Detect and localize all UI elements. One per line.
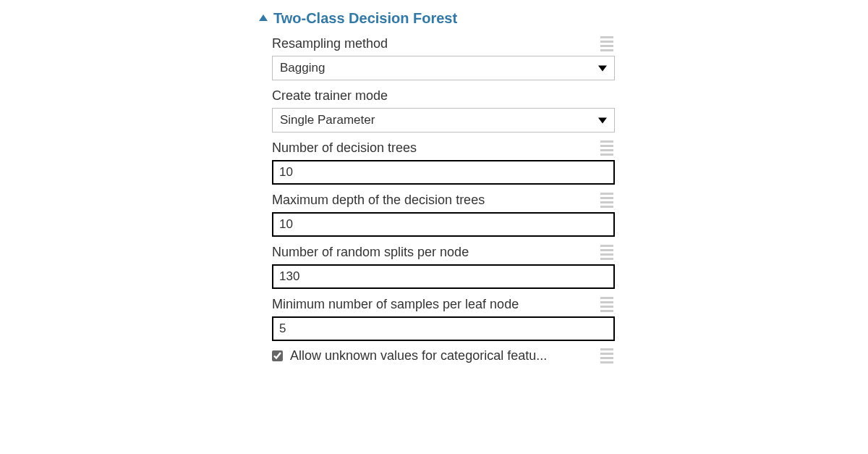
- label-row: Number of decision trees: [272, 140, 615, 156]
- allow-unknown-checkbox[interactable]: [272, 350, 283, 361]
- field-allow-unknown: Allow unknown values for categorical fea…: [272, 348, 615, 363]
- properties-panel: Two-Class Decision Forest Resampling met…: [259, 10, 615, 363]
- options-icon[interactable]: [600, 140, 615, 156]
- label-row: Number of random splits per node: [272, 244, 615, 260]
- label-row: Maximum depth of the decision trees: [272, 192, 615, 208]
- section-title: Two-Class Decision Forest: [273, 10, 457, 27]
- field-resampling: Resampling method Bagging: [272, 35, 615, 80]
- resampling-select[interactable]: Bagging: [272, 56, 615, 80]
- select-value: Single Parameter: [280, 113, 375, 127]
- field-trainer-mode: Create trainer mode Single Parameter: [272, 88, 615, 133]
- checkbox-wrapper: Allow unknown values for categorical fea…: [272, 348, 595, 363]
- label-row: Resampling method: [272, 35, 615, 51]
- chevron-down-icon: [598, 65, 607, 71]
- checkbox-label: Allow unknown values for categorical fea…: [290, 348, 595, 363]
- chevron-down-icon: [598, 117, 607, 123]
- options-icon[interactable]: [600, 348, 615, 363]
- field-max-depth: Maximum depth of the decision trees: [272, 192, 615, 237]
- field-label: Maximum depth of the decision trees: [272, 193, 485, 208]
- label-row: Create trainer mode: [272, 88, 615, 104]
- field-label: Minimum number of samples per leaf node: [272, 297, 519, 312]
- min-samples-input[interactable]: [272, 316, 615, 341]
- select-value: Bagging: [280, 61, 325, 75]
- section-header[interactable]: Two-Class Decision Forest: [259, 10, 615, 27]
- trainer-mode-select[interactable]: Single Parameter: [272, 108, 615, 133]
- options-icon[interactable]: [600, 245, 615, 260]
- num-trees-input[interactable]: [272, 160, 615, 185]
- options-icon[interactable]: [600, 36, 615, 51]
- field-label: Number of decision trees: [272, 140, 417, 156]
- options-icon[interactable]: [600, 297, 615, 312]
- collapse-triangle-icon: [259, 14, 268, 21]
- options-icon[interactable]: [600, 193, 615, 208]
- field-label: Create trainer mode: [272, 88, 388, 104]
- random-splits-input[interactable]: [272, 264, 615, 289]
- form-body: Resampling method Bagging Create trainer…: [259, 35, 615, 363]
- label-row: Minimum number of samples per leaf node: [272, 296, 615, 312]
- field-min-samples: Minimum number of samples per leaf node: [272, 296, 615, 341]
- field-label: Resampling method: [272, 36, 388, 51]
- field-num-trees: Number of decision trees: [272, 140, 615, 185]
- field-label: Number of random splits per node: [272, 245, 469, 260]
- max-depth-input[interactable]: [272, 212, 615, 237]
- field-random-splits: Number of random splits per node: [272, 244, 615, 289]
